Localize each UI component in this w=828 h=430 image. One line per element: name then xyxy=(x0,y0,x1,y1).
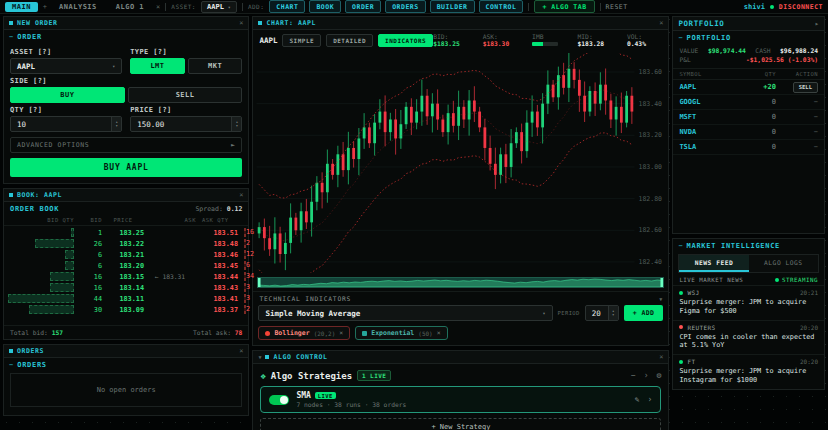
add-builder-button[interactable]: BUILDER xyxy=(430,0,475,13)
price-stepper[interactable]: ▴ ▾ xyxy=(231,117,241,131)
bid-price[interactable]: 183.11 xyxy=(102,295,144,303)
type-lmt-button[interactable]: LMT xyxy=(130,58,185,74)
position-symbol[interactable]: TSLA xyxy=(679,143,740,151)
advanced-options-toggle[interactable]: ADVANCED OPTIONS ► xyxy=(10,137,242,153)
market-intel-section-head[interactable]: − MARKET INTELLIGENCE xyxy=(673,239,824,252)
close-tab-icon[interactable]: × xyxy=(156,3,160,11)
minimize-icon[interactable]: − xyxy=(631,371,636,380)
mode-simple-button[interactable]: SIMPLE xyxy=(282,34,321,47)
tab-algo-logs[interactable]: ALGO LOGS xyxy=(749,255,818,272)
reset-button[interactable]: RESET xyxy=(606,3,628,11)
bid-price[interactable]: 183.14 xyxy=(102,284,144,292)
add-orders-button[interactable]: ORDERS xyxy=(385,0,425,13)
portfolio-section-head[interactable]: − PORTFOLIO xyxy=(673,31,824,44)
order-book-row[interactable]: 6183.20183.456 xyxy=(8,260,244,271)
bid-price[interactable]: 183.25 xyxy=(102,229,144,237)
minimap-handle[interactable] xyxy=(661,278,664,287)
news-item[interactable]: FT20:20Surprise merger: JPM to acquire I… xyxy=(673,354,824,389)
collapse-icon[interactable]: ▼ xyxy=(258,354,261,360)
indicator-chip-exponential[interactable]: Exponential(50)× xyxy=(355,326,447,340)
order-book-row[interactable]: 16183.15← 183.31183.4434 xyxy=(8,271,244,282)
order-book-row[interactable]: 1183.25183.5116 xyxy=(8,227,244,238)
expand-icon[interactable]: ▸ xyxy=(815,20,819,28)
add-control-button[interactable]: CONTROL xyxy=(479,0,524,13)
gear-icon[interactable]: ⚙ xyxy=(657,371,662,380)
ask-price[interactable]: 183.43 xyxy=(196,284,238,292)
close-icon[interactable]: × xyxy=(659,19,663,27)
ask-price[interactable]: 183.46 xyxy=(196,251,238,259)
close-icon[interactable]: × xyxy=(239,347,243,355)
stepper-down-icon[interactable]: ▾ xyxy=(236,124,238,128)
tab-main[interactable]: MAIN xyxy=(5,2,38,12)
tab-news-feed[interactable]: NEWS FEED xyxy=(679,255,748,272)
position-symbol[interactable]: GOOGL xyxy=(679,98,740,106)
chevron-right-icon[interactable]: › xyxy=(648,395,653,404)
ask-price[interactable]: 183.51 xyxy=(196,229,238,237)
news-item[interactable]: WSJ20:21Surprise merger: JPM to acquire … xyxy=(673,285,824,320)
stepper-down-icon[interactable]: ▾ xyxy=(612,313,614,317)
bid-price[interactable]: 183.15 xyxy=(102,273,144,281)
tab-analysis[interactable]: ANALYSIS xyxy=(52,2,104,12)
order-book-row[interactable]: 26183.22183.482 xyxy=(8,238,244,249)
add-book-button[interactable]: BOOK xyxy=(309,0,341,13)
indicator-chip-bollinger[interactable]: Bollinger(20,2)× xyxy=(258,326,350,340)
remove-indicator-icon[interactable]: × xyxy=(437,329,441,337)
sell-button[interactable]: SELL xyxy=(793,82,818,93)
close-icon[interactable]: × xyxy=(239,191,243,199)
mode-indicators-button[interactable]: INDICATORS xyxy=(378,34,433,47)
position-symbol[interactable]: MSFT xyxy=(679,113,740,121)
bid-price[interactable]: 183.22 xyxy=(102,240,144,248)
side-sell-button[interactable]: SELL xyxy=(128,87,243,103)
chevron-right-icon[interactable]: › xyxy=(644,371,649,380)
edit-icon[interactable]: ✎ xyxy=(635,395,640,404)
bid-price[interactable]: 183.09 xyxy=(102,306,144,314)
stepper-down-icon[interactable]: ▾ xyxy=(115,124,117,128)
add-tab-icon[interactable]: + xyxy=(43,3,47,11)
position-symbol[interactable]: NVDA xyxy=(679,128,740,136)
order-book-row[interactable]: 6183.21183.4612 xyxy=(8,249,244,260)
position-symbol[interactable]: AAPL xyxy=(679,83,740,91)
add-order-button[interactable]: ORDER xyxy=(345,0,381,13)
ask-price[interactable]: 183.41 xyxy=(196,295,238,303)
add-algo-tab-button[interactable]: + ALGO TAB xyxy=(534,0,594,13)
period-input[interactable]: 20 ▴ ▾ xyxy=(585,305,619,321)
close-icon[interactable]: × xyxy=(659,353,663,361)
period-stepper[interactable]: ▴ ▾ xyxy=(608,306,618,320)
type-mkt-button[interactable]: MKT xyxy=(188,58,243,74)
qty-stepper[interactable]: ▴ ▾ xyxy=(111,117,121,131)
candlestick-chart[interactable]: 183.60183.40183.20183.00182.80182.60182.… xyxy=(253,51,668,275)
add-indicator-button[interactable]: + ADD xyxy=(624,305,664,321)
collapse-icon[interactable]: ▼ xyxy=(659,296,662,302)
bid-price[interactable]: 183.20 xyxy=(102,262,144,270)
asset-select[interactable]: AAPL ▾ xyxy=(201,1,237,13)
close-icon[interactable]: × xyxy=(239,19,243,27)
add-chart-button[interactable]: CHART xyxy=(269,0,305,13)
order-book-row[interactable]: 44183.11183.413 xyxy=(8,293,244,304)
disconnect-button[interactable]: DISCONNECT xyxy=(779,3,823,11)
news-item[interactable]: REUTERS20:20CPI comes in cooler than exp… xyxy=(673,320,824,355)
order-book-row[interactable]: 16183.14183.433 xyxy=(8,282,244,293)
asset-field-select[interactable]: AAPL ▾ xyxy=(10,58,122,74)
order-book-row[interactable]: 30183.09183.372 xyxy=(8,304,244,315)
mode-detailed-button[interactable]: DETAILED xyxy=(326,34,373,47)
remove-indicator-icon[interactable]: × xyxy=(339,329,343,337)
strategy-toggle[interactable] xyxy=(269,395,289,405)
minimap-handle[interactable] xyxy=(258,278,261,287)
submit-order-button[interactable]: BUY AAPL xyxy=(10,158,242,177)
price-input[interactable]: 150.00 ▴ ▾ xyxy=(130,116,242,132)
ask-price[interactable]: 183.37 xyxy=(196,306,238,314)
chart-minimap-scrollbar[interactable] xyxy=(257,277,664,288)
ask-price[interactable]: 183.44 xyxy=(196,273,238,281)
orders-section-head[interactable]: − ORDERS xyxy=(4,358,248,371)
side-buy-button[interactable]: BUY xyxy=(10,87,125,103)
qty-input[interactable]: 10 ▴ ▾ xyxy=(10,116,122,132)
strategy-card-sma[interactable]: SMA LIVE 7 nodes · 38 runs · 38 orders ✎… xyxy=(260,386,661,413)
ask-price[interactable]: 183.45 xyxy=(196,262,238,270)
new-strategy-button[interactable]: + New Strategy xyxy=(260,418,661,430)
col-ask: ASK xyxy=(144,217,196,223)
order-section-head[interactable]: − ORDER xyxy=(4,30,248,43)
tab-algo-1[interactable]: ALGO 1 xyxy=(109,2,151,12)
ask-price[interactable]: 183.48 xyxy=(196,240,238,248)
bid-price[interactable]: 183.21 xyxy=(102,251,144,259)
indicator-select[interactable]: Simple Moving Average ▾ xyxy=(258,305,552,321)
